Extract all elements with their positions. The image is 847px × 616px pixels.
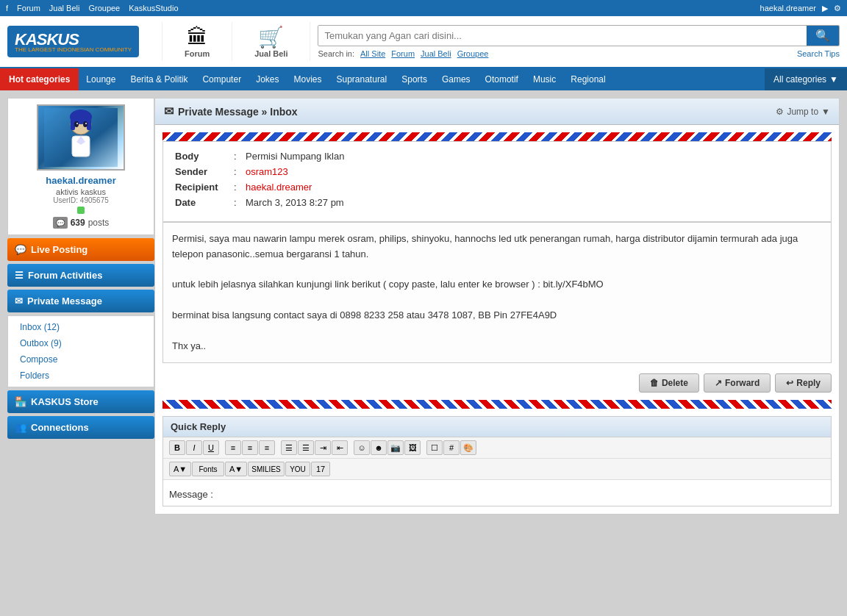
date-value: March 3, 2013 8:27 pm xyxy=(246,197,344,208)
connections-btn[interactable]: 👥 Connections xyxy=(7,416,154,439)
hot-categories-btn[interactable]: Hot categories xyxy=(0,68,79,90)
jualbeli-label: Jual Beli xyxy=(254,49,287,58)
smiley-btn[interactable]: ☺ xyxy=(354,440,370,455)
cat-otomotif[interactable]: Otomotif xyxy=(478,68,526,90)
pm-folders[interactable]: Folders xyxy=(8,368,154,384)
font-family-btn[interactable]: Fonts xyxy=(192,462,224,476)
media-group: ☺ ☻ 📷 🖼 xyxy=(354,440,421,455)
filter-forum[interactable]: Forum xyxy=(391,49,415,58)
cat-games[interactable]: Games xyxy=(435,68,478,90)
pm-icon: ✉ xyxy=(15,296,23,307)
sidebar: haekal.dreamer aktivis kaskus UserID: 49… xyxy=(7,98,154,439)
underline-btn[interactable]: U xyxy=(203,440,219,455)
image-btn[interactable]: 🖼 xyxy=(404,440,421,455)
pm-submenu: Inbox (12) Outbox (9) Compose Folders xyxy=(7,315,154,387)
font-color-btn[interactable]: A▼ xyxy=(225,462,247,476)
cat-berita[interactable]: Berita & Politik xyxy=(123,68,195,90)
forum-nav-item[interactable]: 🏛 Forum xyxy=(162,22,232,61)
body-value: Permisi Numpang Iklan xyxy=(246,151,344,162)
top-settings[interactable]: ⚙ xyxy=(834,4,841,13)
top-groupee[interactable]: Groupee xyxy=(88,4,120,12)
outdent-btn[interactable]: ⇤ xyxy=(332,440,348,455)
bold-btn[interactable]: B xyxy=(169,440,185,455)
connections-icon: 👥 xyxy=(15,422,26,433)
sidebar-user-id: UserID: 4905675 xyxy=(53,196,109,204)
top-arrow[interactable]: ▶ xyxy=(822,4,828,13)
cat-jokes[interactable]: Jokes xyxy=(249,68,286,90)
jump-to[interactable]: ⚙ Jump to ▼ xyxy=(776,107,830,117)
svg-rect-3 xyxy=(71,115,75,130)
you-btn[interactable]: YOU xyxy=(285,462,310,476)
cat-regional[interactable]: Regional xyxy=(563,68,612,90)
recipient-value[interactable]: haekal.dreamer xyxy=(246,182,312,193)
svg-point-6 xyxy=(83,121,87,127)
cat-sports[interactable]: Sports xyxy=(394,68,435,90)
quick-reply-toolbar-2: A▼ Fonts A▼ SMILIES YOU 17 xyxy=(163,459,831,480)
logo-area: KASKUS THE LARGEST INDONESIAN COMMUNITY xyxy=(7,26,154,57)
indent-btn[interactable]: ⇥ xyxy=(315,440,331,455)
forum-activities-btn[interactable]: ☰ Forum Activities xyxy=(7,264,154,287)
align-left-btn[interactable]: ≡ xyxy=(225,440,241,455)
pm-title-text: Private Message » Inbox xyxy=(178,106,298,118)
cat-movies[interactable]: Movies xyxy=(286,68,329,90)
cat-lounge[interactable]: Lounge xyxy=(79,68,123,90)
pm-inbox[interactable]: Inbox (12) xyxy=(8,319,154,335)
filter-groupee[interactable]: Groupee xyxy=(457,49,489,58)
reply-button[interactable]: ↩ Reply xyxy=(775,373,832,393)
top-forum[interactable]: Forum xyxy=(17,4,40,12)
envelope-top-border xyxy=(162,132,832,141)
hash-btn[interactable]: # xyxy=(443,440,460,455)
font-size-btn[interactable]: A▼ xyxy=(169,462,191,476)
live-posting-btn[interactable]: 💬 Live Posting xyxy=(7,238,154,261)
search-button[interactable]: 🔍 xyxy=(807,26,839,46)
jump-to-label: Jump to xyxy=(787,107,818,117)
box-btn[interactable]: ☐ xyxy=(426,440,443,455)
all-categories-btn[interactable]: All categories ▼ xyxy=(765,68,847,90)
private-message-btn[interactable]: ✉ Private Message xyxy=(7,290,154,312)
align-center-btn[interactable]: ≡ xyxy=(242,440,258,455)
filter-jualbeli[interactable]: Jual Beli xyxy=(421,49,451,58)
italic-btn[interactable]: I xyxy=(186,440,202,455)
forward-button[interactable]: ↗ Forward xyxy=(704,373,771,393)
list-ol-btn[interactable]: ☰ xyxy=(298,440,314,455)
format-group: B I U xyxy=(169,440,219,455)
search-tips[interactable]: Search Tips xyxy=(797,49,840,58)
message-header-fields: Body : Permisi Numpang Iklan Sender : os… xyxy=(162,141,832,222)
top-jualbeli[interactable]: Jual Beli xyxy=(49,4,80,12)
pm-outbox[interactable]: Outbox (9) xyxy=(8,335,154,351)
jualbeli-nav-item[interactable]: 🛒 Jual Beli xyxy=(232,22,310,61)
sidebar-user-status: aktivis kaskus xyxy=(56,187,106,196)
top-kaskusstudio[interactable]: KaskusStudio xyxy=(129,4,178,12)
all-categories-chevron: ▼ xyxy=(829,74,838,85)
posts-label: posts xyxy=(88,218,110,228)
quick-reply-toolbar: B I U ≡ ≡ ≡ ☰ ☰ ⇥ ⇤ xyxy=(163,437,831,459)
message-label-row: Message : xyxy=(163,480,831,506)
posts-row: 💬 639 posts xyxy=(53,217,110,229)
message-body: Permisi, saya mau nawarin lampu merek os… xyxy=(162,222,832,363)
delete-button[interactable]: 🗑 Delete xyxy=(639,373,699,393)
sender-value[interactable]: osram123 xyxy=(246,166,288,177)
list-ul-btn[interactable]: ☰ xyxy=(281,440,297,455)
cat-supranatural[interactable]: Supranatural xyxy=(329,68,395,90)
kaskus-store-btn[interactable]: 🏪 KASKUS Store xyxy=(7,390,154,413)
main-layout: haekal.dreamer aktivis kaskus UserID: 49… xyxy=(0,90,847,522)
logo-box[interactable]: KASKUS THE LARGEST INDONESIAN COMMUNITY xyxy=(7,26,139,57)
search-input[interactable] xyxy=(318,26,807,46)
sender-field-row: Sender : osram123 xyxy=(175,166,819,177)
fb-icon[interactable]: f xyxy=(6,4,8,12)
color-btn[interactable]: 🎨 xyxy=(460,440,476,455)
emoji-btn[interactable]: ☻ xyxy=(371,440,387,455)
filter-allsite[interactable]: All Site xyxy=(360,49,385,58)
pm-compose[interactable]: Compose xyxy=(8,351,154,368)
num17-btn[interactable]: 17 xyxy=(311,462,330,476)
quick-reply-header: Quick Reply xyxy=(163,417,831,437)
top-username[interactable]: haekal.dreamer xyxy=(760,4,816,12)
align-right-btn[interactable]: ≡ xyxy=(259,440,275,455)
cat-computer[interactable]: Computer xyxy=(195,68,249,90)
upload-btn[interactable]: 📷 xyxy=(387,440,404,455)
smilies-btn[interactable]: SMILIES xyxy=(248,462,285,476)
live-posting-icon: 💬 xyxy=(15,244,26,255)
svg-point-7 xyxy=(76,123,78,124)
cat-music[interactable]: Music xyxy=(526,68,563,90)
jualbeli-icon: 🛒 xyxy=(258,25,284,49)
